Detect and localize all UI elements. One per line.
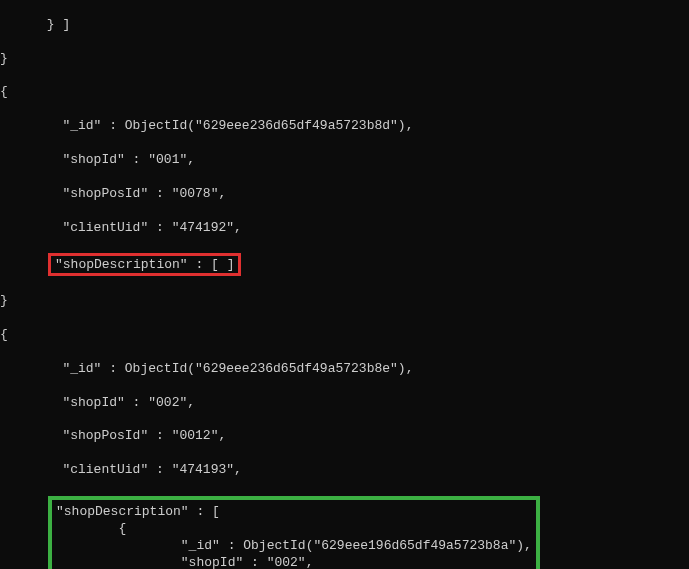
- code-line: "shopId" : "002",: [0, 395, 689, 412]
- code-line: "shopPosId" : "0078",: [0, 186, 689, 203]
- code-line: "shopId" : "002",: [56, 555, 532, 569]
- code-output: } ] } { "_id" : ObjectId("629eee236d65df…: [0, 0, 689, 569]
- code-line: "clientUid" : "474192",: [0, 220, 689, 237]
- code-line: {: [0, 327, 689, 344]
- code-line: "shopId" : "001",: [0, 152, 689, 169]
- code-line: }: [0, 293, 689, 310]
- code-line: "shopPosId" : "0012",: [0, 428, 689, 445]
- code-line: "_id" : ObjectId("629eee236d65df49a5723b…: [0, 361, 689, 378]
- highlight-empty-array: "shopDescription" : [ ]: [48, 253, 241, 276]
- code-line: "_id" : ObjectId("629eee236d65df49a5723b…: [0, 118, 689, 135]
- code-line: "clientUid" : "474193",: [0, 462, 689, 479]
- highlight-populated-array: "shopDescription" : [ { "_id" : ObjectId…: [48, 496, 540, 569]
- code-line: "_id" : ObjectId("629eee196d65df49a5723b…: [56, 538, 532, 555]
- code-line: } ]: [0, 17, 689, 34]
- code-line: "shopDescription" : [: [56, 504, 532, 521]
- code-line: {: [56, 521, 532, 538]
- code-line: {: [0, 84, 689, 101]
- code-line: }: [0, 51, 689, 68]
- code-text: "shopDescription" : [ ]: [55, 257, 234, 272]
